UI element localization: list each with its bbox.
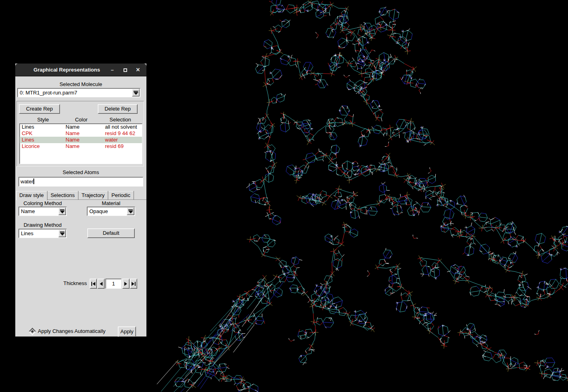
chevron-down-icon[interactable] xyxy=(127,207,134,215)
apply-auto-checkbox[interactable] xyxy=(29,328,36,335)
minimize-icon[interactable]: – xyxy=(106,64,118,76)
thickness-value[interactable]: 1 xyxy=(105,279,121,289)
create-rep-button[interactable]: Create Rep xyxy=(19,104,60,114)
window-titlebar[interactable]: Graphical Representations – ✕ xyxy=(15,64,146,76)
maximize-icon[interactable] xyxy=(119,64,131,76)
delete-rep-button[interactable]: Delete Rep xyxy=(98,104,138,114)
style-column-header: Style xyxy=(25,117,61,123)
representations-frame: Create Rep Delete Rep Style Color Select… xyxy=(16,101,144,166)
rep-listbox: Lines Name all not solvent CPK Name resi… xyxy=(19,123,142,164)
chevron-down-icon[interactable] xyxy=(58,230,66,237)
selected-molecule-dropdown[interactable]: 0: MTR1_prot-run.parm7 xyxy=(17,88,140,97)
material-label: Material xyxy=(87,200,135,206)
thickness-control: Thickness 1 xyxy=(15,279,147,289)
drawing-method-dropdown[interactable]: Lines xyxy=(19,229,67,238)
selection-column-header: Selection xyxy=(99,117,142,123)
rep-row-1[interactable]: CPK Name resid 9 44 62 xyxy=(20,130,142,137)
rep-row-2-selected[interactable]: Lines Name water xyxy=(20,137,142,143)
tab-draw-style[interactable]: Draw style xyxy=(16,191,47,200)
selected-atoms-input[interactable]: water xyxy=(19,177,143,187)
coloring-method-dropdown[interactable]: Name xyxy=(19,207,67,216)
selected-atoms-label: Selected Atoms xyxy=(15,169,146,175)
default-button[interactable]: Default xyxy=(87,228,135,238)
tab-selections[interactable]: Selections xyxy=(47,191,78,200)
graphical-representations-window: Graphical Representations – ✕ Selected M… xyxy=(15,63,147,337)
rep-row-3[interactable]: Licorice Name resid 69 xyxy=(20,143,142,150)
close-icon[interactable]: ✕ xyxy=(132,64,144,76)
apply-button[interactable]: Apply xyxy=(118,326,136,337)
thickness-first-icon[interactable] xyxy=(90,279,97,289)
thickness-label: Thickness xyxy=(15,280,87,286)
thickness-increment-icon[interactable] xyxy=(122,279,130,289)
drawing-method-label: Drawing Method xyxy=(19,222,67,228)
rep-row-0[interactable]: Lines Name all not solvent xyxy=(20,124,142,130)
material-dropdown[interactable]: Opaque xyxy=(87,207,135,216)
selected-molecule-label: Selected Molecule xyxy=(15,81,146,87)
chevron-down-icon[interactable] xyxy=(58,207,66,215)
vmd-screen: Graphical Representations – ✕ Selected M… xyxy=(0,0,568,392)
chevron-down-icon[interactable] xyxy=(132,89,140,96)
tab-bar: Draw style Selections Trajectory Periodi… xyxy=(16,191,146,200)
tab-trajectory[interactable]: Trajectory xyxy=(78,191,108,200)
color-column-header: Color xyxy=(65,117,97,123)
text-cursor xyxy=(33,179,34,184)
apply-auto-label: Apply Changes Automatically xyxy=(38,328,105,334)
coloring-method-label: Coloring Method xyxy=(19,200,67,206)
tab-periodic[interactable]: Periodic xyxy=(108,191,134,200)
thickness-last-icon[interactable] xyxy=(130,279,137,289)
thickness-decrement-icon[interactable] xyxy=(97,279,105,289)
